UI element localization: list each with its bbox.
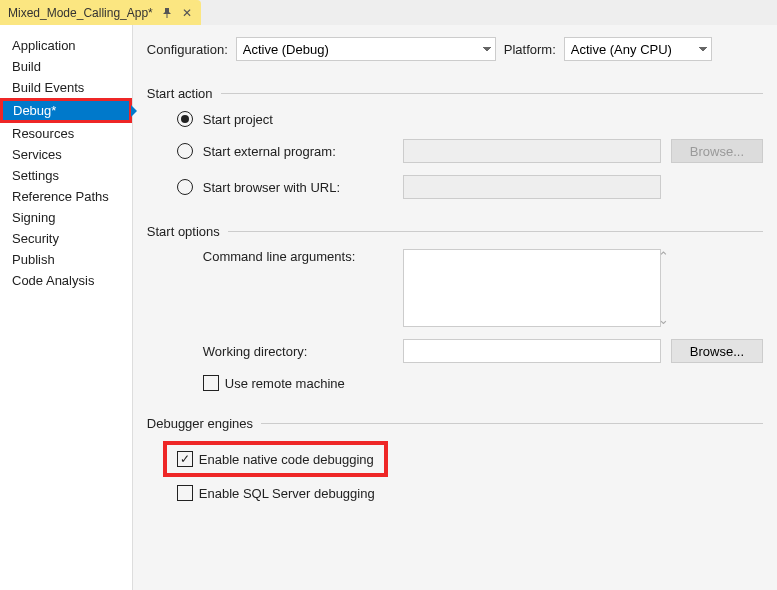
working-dir-label: Working directory: bbox=[203, 344, 393, 359]
sidebar-item-build[interactable]: Build bbox=[0, 56, 132, 77]
checkbox-enable-sql[interactable] bbox=[177, 485, 193, 501]
content-panel: Configuration: Active (Debug) Platform: … bbox=[133, 25, 777, 590]
sidebar-item-signing[interactable]: Signing bbox=[0, 207, 132, 228]
sidebar-item-security[interactable]: Security bbox=[0, 228, 132, 249]
checkbox-remote[interactable] bbox=[203, 375, 219, 391]
configuration-label: Configuration: bbox=[147, 42, 228, 57]
radio-start-external[interactable] bbox=[177, 143, 193, 159]
radio-start-browser[interactable] bbox=[177, 179, 193, 195]
radio-start-project-label[interactable]: Start project bbox=[203, 112, 273, 127]
pin-icon[interactable] bbox=[161, 7, 173, 19]
sidebar-item-publish[interactable]: Publish bbox=[0, 249, 132, 270]
sidebar-item-application[interactable]: Application bbox=[0, 35, 132, 56]
section-title: Start options bbox=[147, 224, 220, 239]
section-debugger-engines: Debugger engines Enable native code debu… bbox=[147, 416, 763, 501]
sidebar: Application Build Build Events Debug* Re… bbox=[0, 25, 133, 590]
radio-start-browser-label[interactable]: Start browser with URL: bbox=[203, 180, 393, 195]
section-start-options: Start options Command line arguments: ⌃⌄… bbox=[147, 224, 763, 391]
document-tab[interactable]: Mixed_Mode_Calling_App* ✕ bbox=[0, 0, 201, 25]
sidebar-item-settings[interactable]: Settings bbox=[0, 165, 132, 186]
browse-working-dir-button[interactable]: Browse... bbox=[671, 339, 763, 363]
platform-label: Platform: bbox=[504, 42, 556, 57]
working-dir-field[interactable] bbox=[403, 339, 661, 363]
cmd-args-field[interactable] bbox=[403, 249, 661, 327]
cmd-args-label: Command line arguments: bbox=[203, 249, 393, 264]
configuration-select[interactable]: Active (Debug) bbox=[236, 37, 496, 61]
section-title: Start action bbox=[147, 86, 213, 101]
close-icon[interactable]: ✕ bbox=[181, 7, 193, 19]
divider bbox=[228, 231, 763, 232]
checkbox-remote-label[interactable]: Use remote machine bbox=[225, 376, 345, 391]
checkbox-enable-sql-label[interactable]: Enable SQL Server debugging bbox=[199, 486, 375, 501]
browse-external-button[interactable]: Browse... bbox=[671, 139, 763, 163]
sidebar-item-build-events[interactable]: Build Events bbox=[0, 77, 132, 98]
divider bbox=[221, 93, 763, 94]
section-title: Debugger engines bbox=[147, 416, 253, 431]
tab-bar: Mixed_Mode_Calling_App* ✕ bbox=[0, 0, 777, 25]
sidebar-item-code-analysis[interactable]: Code Analysis bbox=[0, 270, 132, 291]
checkbox-enable-native[interactable] bbox=[177, 451, 193, 467]
sidebar-item-resources[interactable]: Resources bbox=[0, 123, 132, 144]
checkbox-enable-native-label[interactable]: Enable native code debugging bbox=[199, 452, 374, 467]
sidebar-item-debug[interactable]: Debug* bbox=[0, 98, 132, 123]
tab-title: Mixed_Mode_Calling_App* bbox=[8, 6, 153, 20]
radio-start-project[interactable] bbox=[177, 111, 193, 127]
radio-start-external-label[interactable]: Start external program: bbox=[203, 144, 393, 159]
highlight-enable-native: Enable native code debugging bbox=[163, 441, 388, 477]
sidebar-item-reference-paths[interactable]: Reference Paths bbox=[0, 186, 132, 207]
browser-url-field[interactable] bbox=[403, 175, 661, 199]
external-program-field[interactable] bbox=[403, 139, 661, 163]
divider bbox=[261, 423, 763, 424]
sidebar-item-services[interactable]: Services bbox=[0, 144, 132, 165]
platform-select[interactable]: Active (Any CPU) bbox=[564, 37, 712, 61]
section-start-action: Start action Start project Start externa… bbox=[147, 86, 763, 199]
